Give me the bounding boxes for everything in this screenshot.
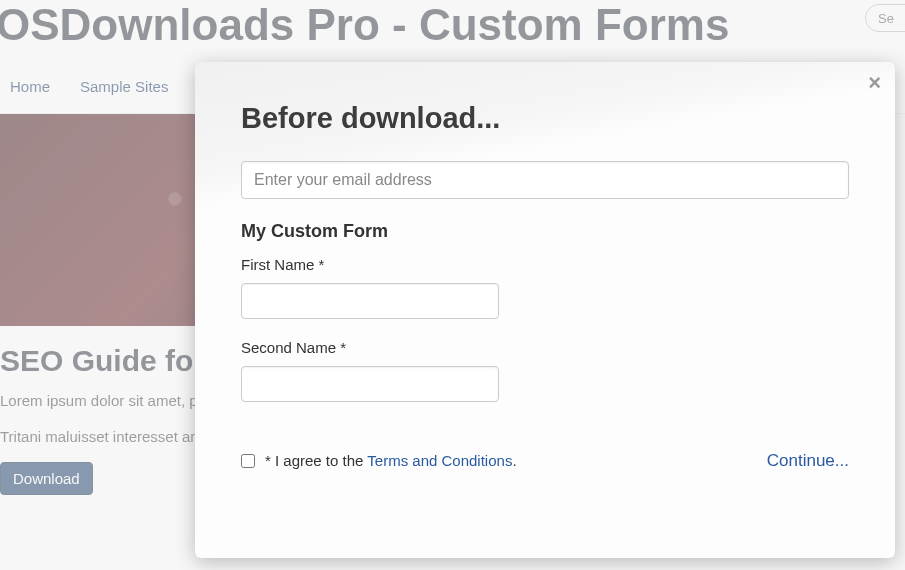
first-name-field[interactable] (241, 283, 499, 319)
form-subtitle: My Custom Form (241, 221, 849, 242)
modal-title: Before download... (241, 102, 849, 135)
continue-button[interactable]: Continue... (767, 451, 849, 471)
agree-row: * I agree to the Terms and Conditions. (241, 452, 849, 469)
page-root: OSDownloads Pro - Custom Forms Se Home S… (0, 0, 905, 570)
terms-link[interactable]: Terms and Conditions (367, 452, 512, 469)
second-name-field[interactable] (241, 366, 499, 402)
agree-checkbox[interactable] (241, 454, 255, 468)
email-field[interactable] (241, 161, 849, 199)
agree-suffix: . (512, 452, 516, 469)
modal-body: Before download... My Custom Form First … (195, 62, 895, 489)
download-modal: × Before download... My Custom Form Firs… (195, 62, 895, 558)
agree-prefix: * I agree to the (265, 452, 367, 469)
agree-text: * I agree to the Terms and Conditions. (265, 452, 517, 469)
first-name-label: First Name * (241, 256, 849, 273)
second-name-label: Second Name * (241, 339, 849, 356)
